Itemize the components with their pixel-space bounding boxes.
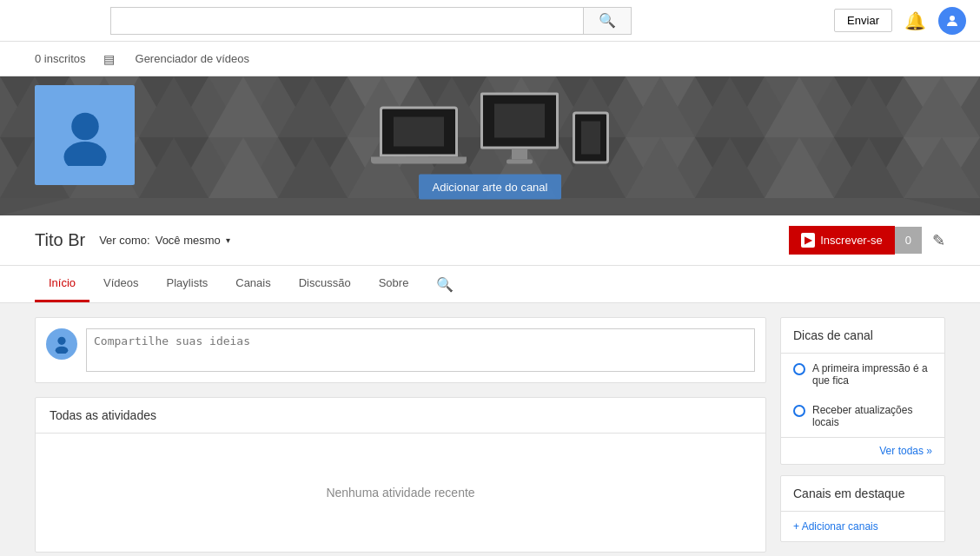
enviar-button[interactable]: Enviar <box>834 9 892 32</box>
nav-right: Enviar 🔔 <box>834 7 966 35</box>
activities-header: Todas as atividades <box>36 398 765 434</box>
tab-canais[interactable]: Canais <box>222 266 284 302</box>
channel-info-bar: Tito Br Ver como: Você mesmo ▾ ▶ Inscrev… <box>0 215 980 266</box>
post-box <box>35 317 766 383</box>
video-manager-icon: ▤ <box>103 52 115 66</box>
tip-bullet-icon-2 <box>793 405 805 417</box>
right-column: Dicas de canal A primeira impressão é a … <box>780 317 945 542</box>
banner-center: Adicionar arte do canal <box>371 93 609 200</box>
edit-icon[interactable]: ✎ <box>932 231 945 250</box>
svg-point-63 <box>56 347 69 354</box>
sub-nav: 0 inscritos ▤ Gerenciador de vídeos <box>0 42 980 76</box>
tip-item-2: Receber atualizações locais <box>781 395 944 437</box>
search-button[interactable]: 🔍 <box>583 7 632 35</box>
subscriber-count: 0 inscritos <box>35 52 86 65</box>
tab-videos[interactable]: Vídeos <box>89 266 152 302</box>
tab-playlists[interactable]: Playlists <box>153 266 222 302</box>
svg-point-61 <box>63 142 106 166</box>
add-featured-channel-button[interactable]: + Adicionar canais <box>781 512 944 541</box>
tab-inicio[interactable]: Início <box>35 266 89 302</box>
subscriber-count-badge: 0 <box>895 227 922 254</box>
video-manager-link[interactable]: Gerenciador de vídeos <box>136 52 250 65</box>
view-as-value[interactable]: Você mesmo <box>156 234 221 247</box>
featured-channels-header: Canais em destaque <box>781 476 944 512</box>
search-input[interactable] <box>110 7 583 35</box>
tips-header: Dicas de canal <box>781 318 944 354</box>
tip-item-1: A primeira impressão é a que fica <box>781 354 944 395</box>
svg-point-0 <box>950 16 955 21</box>
post-avatar <box>46 328 77 360</box>
left-column: Todas as atividades Nenhuma atividade re… <box>35 317 766 553</box>
user-avatar[interactable] <box>938 7 966 35</box>
main-content: Todas as atividades Nenhuma atividade re… <box>0 303 980 556</box>
tips-card: Dicas de canal A primeira impressão é a … <box>780 317 945 465</box>
youtube-icon: ▶ <box>801 233 815 248</box>
search-icon: 🔍 <box>599 12 616 29</box>
devices-illustration <box>371 93 609 164</box>
top-nav: 🔍 Enviar 🔔 <box>0 0 980 42</box>
no-activity-message: Nenhuma atividade recente <box>36 434 765 552</box>
subscribe-button[interactable]: ▶ Inscrever-se <box>789 226 895 255</box>
tab-sobre[interactable]: Sobre <box>365 266 423 302</box>
add-channel-art-button[interactable]: Adicionar arte do canal <box>419 175 562 200</box>
tip-text-1: A primeira impressão é a que fica <box>812 362 932 387</box>
view-as-label: Ver como: Você mesmo ▾ <box>99 234 230 247</box>
activities-section: Todas as atividades Nenhuma atividade re… <box>35 397 766 553</box>
post-textarea[interactable] <box>86 328 755 372</box>
featured-channels-card: Canais em destaque + Adicionar canais <box>780 475 945 542</box>
svg-point-60 <box>71 112 99 140</box>
tip-text-2: Receber atualizações locais <box>812 404 932 428</box>
subscribe-label: Inscrever-se <box>820 234 883 247</box>
channel-tabs: Início Vídeos Playlists Canais Discussão… <box>0 266 980 303</box>
subscribe-area: ▶ Inscrever-se 0 <box>789 226 922 255</box>
channel-banner: Adicionar arte do canal <box>0 76 980 215</box>
tab-discussao[interactable]: Discussão <box>285 266 365 302</box>
svg-point-62 <box>57 337 65 345</box>
channel-name: Tito Br <box>35 230 85 250</box>
ver-como-text: Ver como: <box>99 234 150 247</box>
chevron-down-icon[interactable]: ▾ <box>226 235 230 245</box>
ver-todas-link[interactable]: Ver todas » <box>781 437 944 464</box>
search-bar: 🔍 <box>110 7 632 35</box>
channel-avatar <box>35 85 135 185</box>
tabs-search-icon[interactable]: 🔍 <box>429 268 460 301</box>
bell-icon[interactable]: 🔔 <box>904 10 926 31</box>
tip-bullet-icon <box>793 363 805 375</box>
